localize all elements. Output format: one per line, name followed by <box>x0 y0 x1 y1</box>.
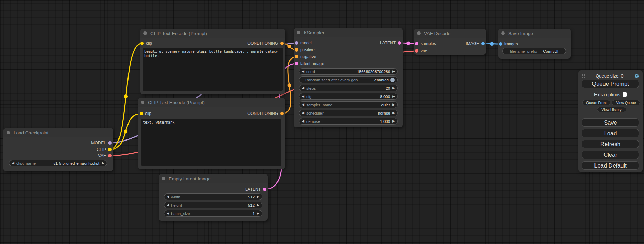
view-history-button[interactable]: View History <box>597 107 626 112</box>
queue-prompt-button[interactable]: Queue Prompt <box>582 80 639 88</box>
node-title: KSampler <box>304 30 324 35</box>
input-dot-positive[interactable] <box>295 48 298 52</box>
widget-seed[interactable]: ◀ seed 156680208700286 ▶ <box>299 68 398 75</box>
input-dot-samples[interactable] <box>415 42 418 45</box>
input-dot-clip[interactable] <box>140 42 144 45</box>
prev-arrow-icon[interactable]: ◀ <box>167 210 169 217</box>
prev-arrow-icon[interactable]: ◀ <box>302 101 304 108</box>
widget-sampler-name[interactable]: ◀ sampler_name euler ▶ <box>299 101 398 108</box>
widget-filename-prefix[interactable]: filename_prefix ComfyUI <box>502 48 566 54</box>
input-label-positive: positive <box>300 47 315 53</box>
widget-cfg[interactable]: ◀ cfg 8.000 ▶ <box>299 93 398 100</box>
widget-height[interactable]: ◀ height 512 ▶ <box>164 202 262 208</box>
save-button[interactable]: Save <box>582 118 639 127</box>
node-titlebar[interactable]: CLIP Text Encode (Prompt) <box>138 98 285 107</box>
node-load-checkpoint[interactable]: Load Checkpoint MODEL CLIP VAE ◀ ckpt_na… <box>3 128 113 171</box>
output-label-clip: CLIP <box>97 147 106 152</box>
node-titlebar[interactable]: Load Checkpoint <box>3 128 113 137</box>
view-queue-button[interactable]: View Queue <box>612 100 640 105</box>
node-title: Save Image <box>508 31 533 36</box>
node-clip-text-encode-negative[interactable]: CLIP Text Encode (Prompt) clip CONDITION… <box>138 98 285 169</box>
input-label-vae: vae <box>421 48 427 54</box>
input-label-latent-image: latent_image <box>300 61 324 66</box>
negative-prompt-textarea[interactable]: text, watermark <box>141 119 281 166</box>
queue-front-button[interactable]: Queue Front <box>582 100 610 105</box>
node-titlebar[interactable]: CLIP Text Encode (Prompt) <box>140 29 285 38</box>
next-arrow-icon[interactable]: ▶ <box>392 101 395 108</box>
node-save-image[interactable]: Save Image images filename_prefix ComfyU… <box>498 29 571 59</box>
input-dot-latent-image[interactable] <box>295 62 298 65</box>
input-label-samples: samples <box>421 41 436 46</box>
output-dot-conditioning[interactable] <box>280 112 284 115</box>
next-arrow-icon[interactable]: ▶ <box>392 110 395 116</box>
output-dot-conditioning[interactable] <box>280 42 284 45</box>
node-titlebar[interactable]: Save Image <box>498 29 571 38</box>
prev-arrow-icon[interactable]: ◀ <box>302 93 304 100</box>
output-label-image: IMAGE <box>466 41 479 46</box>
positive-prompt-textarea[interactable]: beautiful scenery nature glass bottle la… <box>143 48 283 91</box>
next-arrow-icon[interactable]: ▶ <box>257 202 259 208</box>
output-dot-clip[interactable] <box>108 148 112 151</box>
settings-gear-icon[interactable] <box>634 73 639 79</box>
node-ksampler[interactable]: KSampler model positive negative latent_… <box>294 28 403 127</box>
collapse-dot[interactable] <box>297 31 300 34</box>
collapse-dot[interactable] <box>7 131 10 134</box>
input-dot-vae[interactable] <box>415 49 418 53</box>
widget-batch-size[interactable]: ◀ batch_size 1 ▶ <box>164 210 262 217</box>
node-titlebar[interactable]: VAE Decode <box>414 29 486 38</box>
next-arrow-icon[interactable]: ▶ <box>392 68 395 75</box>
widget-ckpt-name[interactable]: ◀ ckpt_name v1-5-pruned-emaonly.ckpt ▶ <box>9 160 107 166</box>
prev-arrow-icon[interactable]: ◀ <box>167 193 169 200</box>
extra-options-checkbox[interactable] <box>623 92 627 97</box>
clear-button[interactable]: Clear <box>582 151 639 159</box>
refresh-button[interactable]: Refresh <box>582 140 639 148</box>
next-arrow-icon[interactable]: ▶ <box>102 160 104 166</box>
queue-size-label: Queue size: 0 <box>585 73 635 79</box>
node-title: Empty Latent Image <box>169 176 211 181</box>
input-dot-images[interactable] <box>499 42 502 46</box>
prev-arrow-icon[interactable]: ◀ <box>302 85 304 91</box>
output-dot-model[interactable] <box>108 141 112 145</box>
prev-arrow-icon[interactable]: ◀ <box>302 110 304 116</box>
output-dot-latent[interactable] <box>263 188 266 191</box>
node-titlebar[interactable]: KSampler <box>294 28 403 37</box>
output-label-latent: LATENT <box>245 187 261 192</box>
next-arrow-icon[interactable]: ▶ <box>392 118 395 125</box>
collapse-dot[interactable] <box>141 101 144 104</box>
widget-scheduler[interactable]: ◀ scheduler normal ▶ <box>299 110 398 116</box>
next-arrow-icon[interactable]: ▶ <box>392 93 395 100</box>
prev-arrow-icon[interactable]: ◀ <box>167 202 169 208</box>
collapse-dot[interactable] <box>417 31 421 35</box>
comfy-menu-panel[interactable]: Queue size: 0 Queue Prompt Extra options… <box>578 70 643 172</box>
widget-width[interactable]: ◀ width 512 ▶ <box>164 193 262 200</box>
collapse-dot[interactable] <box>143 31 147 35</box>
node-empty-latent-image[interactable]: Empty Latent Image LATENT ◀ width 512 ▶ … <box>159 174 268 221</box>
widget-denoise[interactable]: ◀ denoise 1.000 ▶ <box>299 118 398 125</box>
output-dot-vae[interactable] <box>108 154 112 157</box>
node-titlebar[interactable]: Empty Latent Image <box>159 174 268 183</box>
load-default-button[interactable]: Load Default <box>582 161 639 170</box>
prev-arrow-icon[interactable]: ◀ <box>12 160 14 166</box>
random-seed-toggle[interactable] <box>390 78 395 82</box>
node-clip-text-encode-positive[interactable]: CLIP Text Encode (Prompt) clip CONDITION… <box>140 29 285 94</box>
collapse-dot[interactable] <box>501 31 505 35</box>
input-dot-negative[interactable] <box>295 55 298 58</box>
next-arrow-icon[interactable]: ▶ <box>257 210 259 217</box>
node-vae-decode[interactable]: VAE Decode samples vae IMAGE <box>414 29 486 55</box>
node-title: VAE Decode <box>424 31 450 36</box>
input-dot-model[interactable] <box>295 41 298 45</box>
widget-random-seed[interactable]: Random seed after every gen enabled <box>299 76 398 83</box>
widget-steps[interactable]: ◀ steps 20 ▶ <box>299 85 398 91</box>
prev-arrow-icon[interactable]: ◀ <box>302 118 304 125</box>
next-arrow-icon[interactable]: ▶ <box>392 85 395 91</box>
output-label-conditioning: CONDITIONING <box>247 40 278 46</box>
output-label-vae: VAE <box>98 153 106 159</box>
load-button[interactable]: Load <box>582 129 639 137</box>
collapse-dot[interactable] <box>162 177 165 180</box>
output-dot-image[interactable] <box>481 42 485 45</box>
graph-canvas[interactable]: Load Checkpoint MODEL CLIP VAE ◀ ckpt_na… <box>0 0 644 244</box>
output-dot-latent[interactable] <box>398 41 401 45</box>
next-arrow-icon[interactable]: ▶ <box>257 193 259 200</box>
input-dot-clip[interactable] <box>140 112 143 115</box>
prev-arrow-icon[interactable]: ◀ <box>302 68 304 75</box>
